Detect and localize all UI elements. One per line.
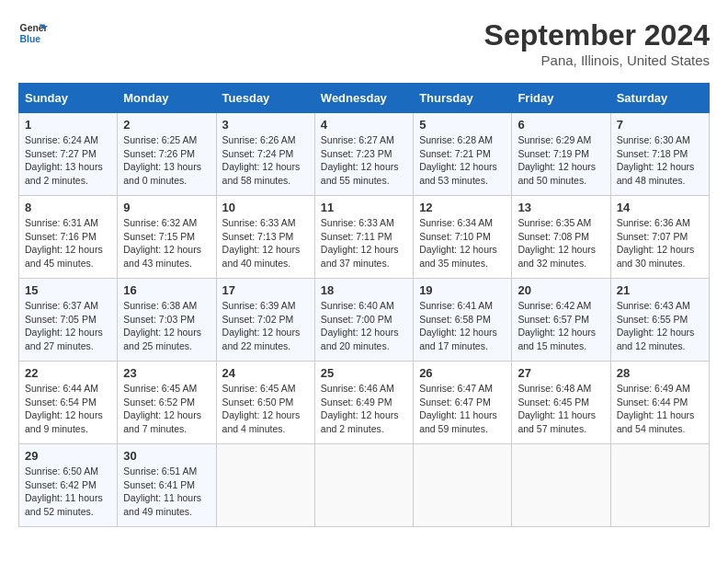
location: Pana, Illinois, United States	[484, 52, 710, 68]
day-number: 12	[419, 201, 506, 214]
weekday-header-thursday: Thursday	[414, 84, 512, 113]
calendar-cell: 1 Sunrise: 6:24 AMSunset: 7:27 PMDayligh…	[19, 113, 118, 196]
day-number: 26	[419, 366, 506, 380]
calendar-cell: 30 Sunrise: 6:51 AMSunset: 6:41 PMDaylig…	[118, 444, 216, 527]
day-number: 13	[518, 201, 604, 214]
calendar-week-5: 29 Sunrise: 6:50 AMSunset: 6:42 PMDaylig…	[19, 444, 710, 527]
calendar-cell: 28 Sunrise: 6:49 AMSunset: 6:44 PMDaylig…	[610, 362, 709, 444]
calendar-cell: 4 Sunrise: 6:27 AMSunset: 7:23 PMDayligh…	[314, 113, 413, 196]
calendar-cell: 5 Sunrise: 6:28 AMSunset: 7:21 PMDayligh…	[414, 113, 512, 196]
day-info: Sunrise: 6:50 AMSunset: 6:42 PMDaylight:…	[25, 465, 103, 517]
calendar-cell: 13 Sunrise: 6:35 AMSunset: 7:08 PMDaylig…	[512, 196, 610, 279]
day-number: 1	[25, 118, 111, 132]
day-info: Sunrise: 6:49 AMSunset: 6:44 PMDaylight:…	[617, 383, 695, 434]
day-number: 10	[222, 201, 309, 214]
day-info: Sunrise: 6:33 AMSunset: 7:13 PMDaylight:…	[222, 217, 301, 269]
day-info: Sunrise: 6:29 AMSunset: 7:19 PMDaylight:…	[518, 134, 596, 186]
calendar-cell: 27 Sunrise: 6:48 AMSunset: 6:45 PMDaylig…	[512, 362, 610, 444]
calendar-cell: 29 Sunrise: 6:50 AMSunset: 6:42 PMDaylig…	[19, 444, 118, 527]
calendar-cell	[414, 444, 512, 527]
day-number: 7	[617, 118, 703, 132]
title-block: September 2024 Pana, Illinois, United St…	[484, 18, 710, 68]
weekday-header-row: SundayMondayTuesdayWednesdayThursdayFrid…	[19, 84, 710, 113]
calendar-cell: 26 Sunrise: 6:47 AMSunset: 6:47 PMDaylig…	[414, 362, 512, 444]
weekday-header-wednesday: Wednesday	[314, 84, 413, 113]
calendar-cell: 22 Sunrise: 6:44 AMSunset: 6:54 PMDaylig…	[19, 362, 118, 444]
page-header: General Blue September 2024 Pana, Illino…	[18, 18, 710, 68]
day-number: 28	[617, 366, 703, 380]
weekday-header-sunday: Sunday	[19, 84, 118, 113]
day-number: 17	[222, 283, 309, 297]
day-number: 30	[123, 449, 210, 463]
weekday-header-friday: Friday	[512, 84, 610, 113]
day-info: Sunrise: 6:42 AMSunset: 6:57 PMDaylight:…	[518, 300, 596, 351]
calendar-cell: 2 Sunrise: 6:25 AMSunset: 7:26 PMDayligh…	[118, 113, 216, 196]
day-number: 19	[419, 283, 506, 297]
day-number: 23	[123, 366, 210, 380]
day-number: 11	[321, 201, 407, 214]
calendar-cell	[610, 444, 709, 527]
day-info: Sunrise: 6:30 AMSunset: 7:18 PMDaylight:…	[617, 134, 695, 186]
day-info: Sunrise: 6:34 AMSunset: 7:10 PMDaylight:…	[419, 217, 497, 269]
calendar-cell: 11 Sunrise: 6:33 AMSunset: 7:11 PMDaylig…	[314, 196, 413, 279]
day-info: Sunrise: 6:28 AMSunset: 7:21 PMDaylight:…	[419, 134, 497, 186]
day-info: Sunrise: 6:24 AMSunset: 7:27 PMDaylight:…	[25, 134, 103, 186]
logo-icon: General Blue	[18, 18, 48, 48]
calendar-cell: 7 Sunrise: 6:30 AMSunset: 7:18 PMDayligh…	[610, 113, 709, 196]
day-number: 27	[518, 366, 604, 380]
day-info: Sunrise: 6:40 AMSunset: 7:00 PMDaylight:…	[321, 300, 399, 351]
day-info: Sunrise: 6:27 AMSunset: 7:23 PMDaylight:…	[321, 134, 399, 186]
day-number: 16	[123, 283, 210, 297]
weekday-header-monday: Monday	[118, 84, 216, 113]
calendar-week-2: 8 Sunrise: 6:31 AMSunset: 7:16 PMDayligh…	[19, 196, 710, 279]
day-info: Sunrise: 6:36 AMSunset: 7:07 PMDaylight:…	[617, 217, 695, 269]
day-info: Sunrise: 6:47 AMSunset: 6:47 PMDaylight:…	[419, 383, 497, 434]
day-number: 4	[321, 118, 407, 132]
calendar-cell: 20 Sunrise: 6:42 AMSunset: 6:57 PMDaylig…	[512, 279, 610, 362]
day-info: Sunrise: 6:51 AMSunset: 6:41 PMDaylight:…	[123, 465, 201, 517]
calendar-cell: 9 Sunrise: 6:32 AMSunset: 7:15 PMDayligh…	[118, 196, 216, 279]
day-info: Sunrise: 6:48 AMSunset: 6:45 PMDaylight:…	[518, 383, 596, 434]
calendar-cell	[314, 444, 413, 527]
day-number: 29	[25, 449, 111, 463]
day-number: 15	[25, 283, 111, 297]
calendar-cell: 23 Sunrise: 6:45 AMSunset: 6:52 PMDaylig…	[118, 362, 216, 444]
day-info: Sunrise: 6:43 AMSunset: 6:55 PMDaylight:…	[617, 300, 695, 351]
logo: General Blue	[18, 18, 48, 48]
calendar-cell	[216, 444, 314, 527]
calendar-table: SundayMondayTuesdayWednesdayThursdayFrid…	[18, 83, 710, 527]
day-info: Sunrise: 6:39 AMSunset: 7:02 PMDaylight:…	[222, 300, 301, 351]
day-number: 20	[518, 283, 604, 297]
day-info: Sunrise: 6:32 AMSunset: 7:15 PMDaylight:…	[123, 217, 201, 269]
day-number: 6	[518, 118, 604, 132]
calendar-cell: 15 Sunrise: 6:37 AMSunset: 7:05 PMDaylig…	[19, 279, 118, 362]
day-number: 25	[321, 366, 407, 380]
day-info: Sunrise: 6:37 AMSunset: 7:05 PMDaylight:…	[25, 300, 103, 351]
calendar-cell: 8 Sunrise: 6:31 AMSunset: 7:16 PMDayligh…	[19, 196, 118, 279]
day-info: Sunrise: 6:38 AMSunset: 7:03 PMDaylight:…	[123, 300, 201, 351]
day-number: 22	[25, 366, 111, 380]
calendar-week-3: 15 Sunrise: 6:37 AMSunset: 7:05 PMDaylig…	[19, 279, 710, 362]
day-info: Sunrise: 6:31 AMSunset: 7:16 PMDaylight:…	[25, 217, 103, 269]
calendar-cell: 14 Sunrise: 6:36 AMSunset: 7:07 PMDaylig…	[610, 196, 709, 279]
day-number: 14	[617, 201, 703, 214]
calendar-cell: 21 Sunrise: 6:43 AMSunset: 6:55 PMDaylig…	[610, 279, 709, 362]
calendar-cell: 16 Sunrise: 6:38 AMSunset: 7:03 PMDaylig…	[118, 279, 216, 362]
day-info: Sunrise: 6:25 AMSunset: 7:26 PMDaylight:…	[123, 134, 201, 186]
day-number: 24	[222, 366, 309, 380]
day-number: 5	[419, 118, 506, 132]
day-info: Sunrise: 6:46 AMSunset: 6:49 PMDaylight:…	[321, 383, 399, 434]
svg-text:Blue: Blue	[20, 34, 41, 44]
calendar-week-1: 1 Sunrise: 6:24 AMSunset: 7:27 PMDayligh…	[19, 113, 710, 196]
day-info: Sunrise: 6:45 AMSunset: 6:52 PMDaylight:…	[123, 383, 201, 434]
calendar-week-4: 22 Sunrise: 6:44 AMSunset: 6:54 PMDaylig…	[19, 362, 710, 444]
day-number: 8	[25, 201, 111, 214]
calendar-cell: 17 Sunrise: 6:39 AMSunset: 7:02 PMDaylig…	[216, 279, 314, 362]
day-number: 9	[123, 201, 210, 214]
day-info: Sunrise: 6:41 AMSunset: 6:58 PMDaylight:…	[419, 300, 497, 351]
day-info: Sunrise: 6:45 AMSunset: 6:50 PMDaylight:…	[222, 383, 301, 434]
day-number: 3	[222, 118, 309, 132]
day-info: Sunrise: 6:44 AMSunset: 6:54 PMDaylight:…	[25, 383, 103, 434]
calendar-cell	[512, 444, 610, 527]
calendar-cell: 18 Sunrise: 6:40 AMSunset: 7:00 PMDaylig…	[314, 279, 413, 362]
